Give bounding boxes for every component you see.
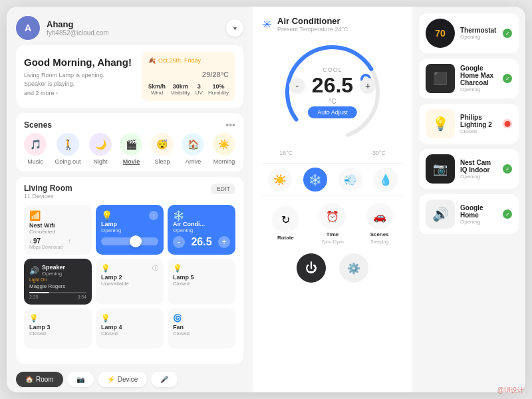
- settings-button[interactable]: ⚙️: [339, 253, 368, 283]
- mode-icons: ☀️ ❄️ 💨 💧: [262, 163, 403, 196]
- device-speaker[interactable]: 🔊 Speaker Opening Light On Maggie Rogers…: [24, 259, 92, 305]
- device-lamp5[interactable]: 💡 Lamp 5 Closed: [168, 259, 235, 305]
- temp-increase-button[interactable]: +: [360, 78, 376, 94]
- nest-cam-thumb: 📷: [426, 154, 455, 184]
- temp-range: 16°C 30°C: [279, 150, 386, 156]
- user-email: fyh4852@icloud.com: [47, 29, 219, 37]
- mode-snow-button[interactable]: ❄️: [303, 168, 327, 192]
- action-scenes[interactable]: 🚗 Scenes Sleeping: [366, 203, 393, 244]
- tab-mic[interactable]: 🎤: [151, 372, 178, 387]
- scene-arrive-label: Arrive: [186, 158, 201, 165]
- weather-temp: 29/28°C: [148, 66, 229, 80]
- user-header: A Ahang fyh4852@icloud.com ▾: [16, 16, 243, 40]
- mode-water-button[interactable]: 💧: [374, 168, 398, 192]
- google-home-max-thumb: ⬛: [426, 64, 455, 93]
- device-fan[interactable]: 🌀 Fan Closed: [168, 309, 235, 348]
- scenes-card: Scenes ••• 🎵 Music 🚶 Going out 🌙 Night 🎬: [16, 113, 243, 172]
- scene-goingout[interactable]: 🚶 Going out: [55, 133, 80, 165]
- google-home-wifi-badge: ✓: [503, 209, 512, 219]
- google-home-name: Google Home: [460, 204, 497, 219]
- action-rotate[interactable]: ↻ Rotate: [272, 206, 299, 241]
- power-button[interactable]: ⏻: [297, 253, 326, 283]
- temp-decrease-button[interactable]: -: [289, 78, 305, 94]
- scene-morning[interactable]: ☀️ Morning: [213, 133, 235, 165]
- mode-wind-button[interactable]: 💨: [338, 168, 362, 192]
- scene-music[interactable]: 🎵 Music: [24, 133, 47, 165]
- user-dropdown-button[interactable]: ▾: [226, 19, 243, 37]
- ac-subtitle: Present Temperature 24°C: [277, 26, 348, 33]
- ac-title: Air Conditioner: [277, 16, 348, 26]
- scene-movie-label: Movie: [123, 158, 140, 165]
- google-home-max-name: Google Home Max Charcoal: [460, 65, 497, 86]
- google-home-thumb: 🔊: [426, 200, 455, 229]
- actions-row: ↻ Rotate ⏰ Time 7pm-11pm 🚗 Scenes Sleepi…: [262, 203, 403, 244]
- scene-movie-icon: 🎬: [120, 133, 142, 156]
- scenes-title: Scenes: [24, 120, 52, 130]
- ac-plus-button[interactable]: +: [218, 236, 230, 248]
- watermark: @UI设计: [497, 386, 524, 395]
- main-temp: 26.5: [312, 73, 353, 98]
- scene-sleep-icon: 😴: [151, 133, 174, 156]
- scene-movie[interactable]: 🎬 Movie: [120, 133, 142, 165]
- device-ac[interactable]: ❄️ Air Condi... Opening - 26.5 +: [168, 205, 235, 255]
- scenes-sublabel: Sleeping: [370, 239, 388, 244]
- scene-night-label: Night: [93, 158, 107, 165]
- tab-room[interactable]: 🏠 Room: [16, 372, 63, 387]
- thermostat-thumb: 70: [426, 19, 455, 48]
- device-lamp3[interactable]: 💡 Lamp 3 Closed: [24, 309, 92, 348]
- temp-unit: °C: [289, 98, 376, 105]
- room-devices-count: 11 Devices: [24, 193, 72, 200]
- bottom-tabs: 🏠 Room 📷 ⚡ Device 🎤: [16, 372, 243, 387]
- greeting-text: Good Morning, Ahang!: [24, 57, 134, 68]
- scenes-button[interactable]: 🚗: [366, 203, 393, 229]
- scene-night-icon: 🌙: [89, 133, 112, 156]
- rotate-button[interactable]: ↻: [272, 206, 299, 233]
- scene-sleep[interactable]: 😴 Sleep: [151, 133, 174, 165]
- status-text: Living Room Lamp is opening. Speaker is …: [24, 71, 134, 88]
- nest-cam-wifi-badge: ✓: [503, 164, 512, 174]
- ac-minus-button[interactable]: -: [173, 236, 185, 248]
- right-device-thermostat[interactable]: 70 Thermostat Opening ✓: [419, 13, 519, 53]
- mode-sun-button[interactable]: ☀️: [268, 168, 292, 192]
- tab-camera[interactable]: 📷: [67, 372, 94, 387]
- scene-morning-icon: ☀️: [213, 133, 235, 156]
- devices-grid: 📶 Nest Wifi Connected ↓ 97 Mbps Download…: [24, 205, 235, 348]
- edit-button[interactable]: EDIT: [211, 184, 235, 194]
- rotate-label: Rotate: [277, 235, 294, 241]
- philips-status: Closed: [460, 128, 497, 134]
- scenes-more-button[interactable]: •••: [225, 120, 235, 130]
- scenes-action-label: Scenes: [370, 231, 389, 237]
- philips-thumb: 💡: [426, 109, 455, 138]
- scene-morning-label: Morning: [213, 158, 235, 165]
- device-lamp[interactable]: 💡 ↑ Lamp Opening: [96, 205, 164, 255]
- device-lamp2[interactable]: 💡 ⓘ Lamp 2 Unavailable: [96, 259, 164, 305]
- time-sublabel: 7pm-11pm: [321, 239, 343, 244]
- tab-device[interactable]: ⚡ Device: [98, 372, 148, 387]
- google-home-status: Opening: [460, 219, 497, 225]
- time-button[interactable]: ⏰: [319, 203, 346, 229]
- thermostat-name: Thermostat: [460, 27, 497, 34]
- philips-name: Philips Lighting 2: [460, 114, 497, 128]
- scene-goingout-label: Going out: [55, 158, 80, 165]
- user-name: Ahang: [47, 19, 219, 29]
- power-row: ⏻ ⚙️: [262, 251, 403, 283]
- more-link[interactable]: and 2 more ›: [24, 90, 134, 96]
- auto-adjust-button[interactable]: Auto Adjust: [308, 106, 357, 118]
- room-title: Living Room: [24, 184, 72, 193]
- right-device-nest-cam[interactable]: 📷 Nest Cam IQ Indoor Opening ✓: [419, 149, 519, 189]
- cool-label: COOL: [289, 66, 376, 73]
- scene-arrive[interactable]: 🏠 Arrive: [182, 133, 204, 165]
- device-nest-wifi[interactable]: 📶 Nest Wifi Connected ↓ 97 Mbps Download…: [24, 205, 92, 255]
- right-device-google-home[interactable]: 🔊 Google Home Opening ✓: [419, 194, 519, 234]
- scene-arrive-icon: 🏠: [182, 133, 204, 156]
- scene-goingout-icon: 🚶: [57, 133, 79, 156]
- thermostat-container: COOL - 26.5 + °C Auto Adjust 16°C 30°C: [262, 39, 403, 156]
- scene-sleep-label: Sleep: [154, 158, 170, 165]
- right-device-google-home-max[interactable]: ⬛ Google Home Max Charcoal Opening ✓: [419, 59, 519, 98]
- right-device-philips[interactable]: 💡 Philips Lighting 2 Closed 🔴: [419, 104, 519, 144]
- action-time[interactable]: ⏰ Time 7pm-11pm: [319, 203, 346, 244]
- device-lamp4[interactable]: 💡 Lamp 4 Closed: [96, 309, 164, 348]
- thermostat-status: Opening: [460, 34, 497, 40]
- scenes-list: 🎵 Music 🚶 Going out 🌙 Night 🎬 Movie 😴: [24, 133, 235, 165]
- scene-night[interactable]: 🌙 Night: [89, 133, 112, 165]
